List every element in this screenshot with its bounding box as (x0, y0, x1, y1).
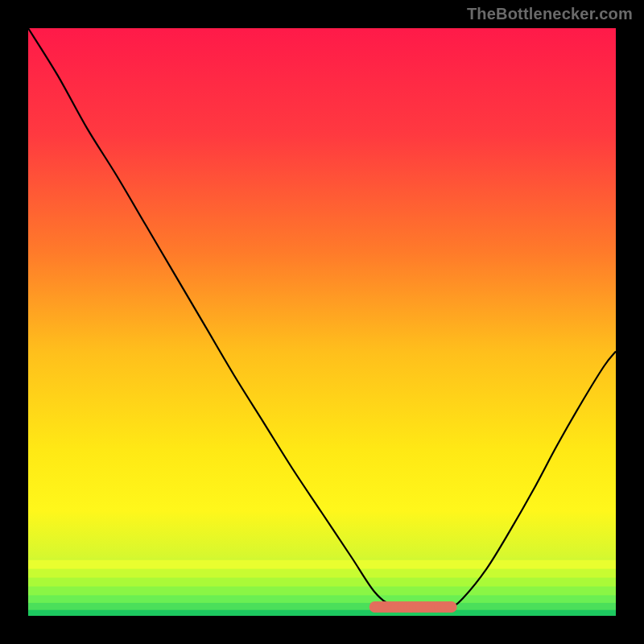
plot-area (28, 28, 616, 617)
svg-rect-3 (28, 578, 616, 588)
chart-stage: { "watermark": { "text": "TheBottlenecke… (0, 0, 644, 644)
svg-rect-6 (28, 603, 616, 611)
svg-rect-2 (28, 569, 616, 579)
watermark-text: TheBottlenecker.com (467, 5, 633, 23)
chart-svg (0, 0, 644, 644)
svg-rect-1 (28, 560, 616, 570)
svg-point-33 (446, 601, 457, 613)
minimum-marker (369, 601, 457, 613)
svg-rect-5 (28, 595, 616, 603)
green-stripes (28, 560, 616, 617)
gradient-background (28, 28, 616, 616)
svg-rect-4 (28, 587, 616, 597)
svg-rect-7 (28, 610, 616, 617)
